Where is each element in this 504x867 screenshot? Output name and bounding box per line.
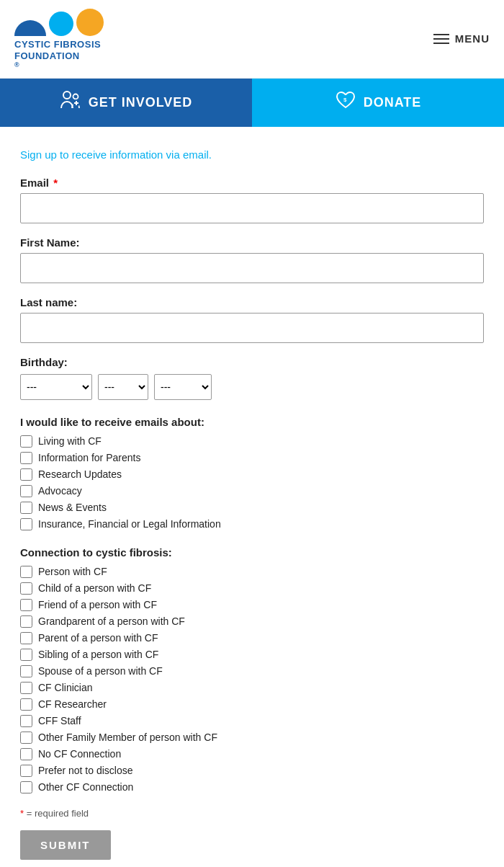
list-item: Grandparent of a person with CF xyxy=(20,615,484,628)
connection-checkbox-2[interactable] xyxy=(20,599,32,611)
connection-option-label: Other Family Member of person with CF xyxy=(38,732,217,743)
connection-option-label: Friend of a person with CF xyxy=(38,599,157,610)
list-item: CF Clinician xyxy=(20,682,484,694)
connection-option-label: Spouse of a person with CF xyxy=(38,665,163,677)
email-topic-label: News & Events xyxy=(38,502,107,513)
connection-label: Connection to cystic fibrosis: xyxy=(20,546,484,559)
email-topic-checkbox-5[interactable] xyxy=(20,518,32,530)
connection-option-label: CF Clinician xyxy=(38,682,92,693)
lastname-field-group: Last name: xyxy=(20,296,484,343)
connection-checkbox-9[interactable] xyxy=(20,715,32,727)
list-item: Research Updates xyxy=(20,468,484,481)
email-field-group: Email * xyxy=(20,177,484,223)
list-item: Other Family Member of person with CF xyxy=(20,732,484,744)
logo: CYSTIC FIBROSIS FOUNDATION® xyxy=(14,9,104,69)
lastname-input[interactable] xyxy=(20,313,484,343)
firstname-label: First Name: xyxy=(20,236,484,249)
connection-checkbox-11[interactable] xyxy=(20,748,32,760)
connection-option-label: Other CF Connection xyxy=(38,781,133,793)
signup-form: Sign up to receive information via email… xyxy=(0,127,504,867)
signup-text: Sign up to receive information via email… xyxy=(20,148,484,161)
svg-text:$: $ xyxy=(343,97,347,103)
email-topic-checkbox-1[interactable] xyxy=(20,452,32,464)
email-topic-label: Living with CF xyxy=(38,435,102,447)
firstname-field-group: First Name: xyxy=(20,236,484,283)
list-item: CF Researcher xyxy=(20,698,484,711)
svg-point-1 xyxy=(76,9,104,36)
connection-checkbox-6[interactable] xyxy=(20,665,32,677)
svg-point-2 xyxy=(63,92,71,99)
list-item: Friend of a person with CF xyxy=(20,599,484,611)
circle-yellow-icon xyxy=(76,9,104,36)
firstname-input[interactable] xyxy=(20,253,484,283)
connection-options-list: Person with CFChild of a person with CFF… xyxy=(20,566,484,793)
birthday-selects: --- JanFebMar AprMayJun JulAugSep OctNov… xyxy=(20,374,484,400)
list-item: No CF Connection xyxy=(20,748,484,760)
list-item: Parent of a person with CF xyxy=(20,632,484,644)
half-circle-icon xyxy=(14,19,46,36)
connection-checkbox-0[interactable] xyxy=(20,566,32,578)
list-item: Insurance, Financial or Legal Informatio… xyxy=(20,518,484,530)
svg-point-0 xyxy=(49,12,73,36)
email-required-star: * xyxy=(50,177,58,189)
logo-circles xyxy=(14,9,104,36)
connection-option-label: CF Researcher xyxy=(38,698,107,710)
list-item: Person with CF xyxy=(20,566,484,578)
connection-option-label: No CF Connection xyxy=(38,748,121,760)
connection-option-label: CFF Staff xyxy=(38,715,81,726)
nav-get-involved[interactable]: GET INVOLVED xyxy=(0,79,252,127)
circle-blue-icon xyxy=(49,12,73,36)
email-input[interactable] xyxy=(20,193,484,223)
get-involved-icon xyxy=(60,90,81,115)
connection-option-label: Prefer not to disclose xyxy=(38,765,133,776)
email-topic-checkbox-3[interactable] xyxy=(20,485,32,497)
connection-checkbox-10[interactable] xyxy=(20,732,32,744)
connection-option-label: Grandparent of a person with CF xyxy=(38,615,185,627)
email-topic-label: Information for Parents xyxy=(38,452,140,463)
birthday-label: Birthday: xyxy=(20,356,484,368)
connection-checkbox-8[interactable] xyxy=(20,698,32,711)
connection-checkbox-12[interactable] xyxy=(20,765,32,777)
connection-checkbox-4[interactable] xyxy=(20,632,32,644)
connection-checkbox-5[interactable] xyxy=(20,649,32,661)
list-item: Information for Parents xyxy=(20,452,484,464)
birthday-year-select[interactable]: --- 2024202320222010 2000199019801970196… xyxy=(154,374,212,400)
email-topic-label: Research Updates xyxy=(38,468,122,480)
list-item: Living with CF xyxy=(20,435,484,448)
donate-icon: $ xyxy=(335,90,356,115)
submit-button[interactable]: SUBMIT xyxy=(20,830,111,860)
list-item: Other CF Connection xyxy=(20,781,484,793)
list-item: CFF Staff xyxy=(20,715,484,727)
birthday-field-group: Birthday: --- JanFebMar AprMayJun JulAug… xyxy=(20,356,484,400)
birthday-month-select[interactable]: --- JanFebMar AprMayJun JulAugSep OctNov… xyxy=(20,374,92,400)
list-item: Prefer not to disclose xyxy=(20,765,484,777)
connection-checkbox-3[interactable] xyxy=(20,615,32,628)
list-item: Sibling of a person with CF xyxy=(20,649,484,661)
menu-button[interactable]: MENU xyxy=(433,32,490,45)
email-topic-checkbox-0[interactable] xyxy=(20,435,32,448)
nav-bar: GET INVOLVED $ DONATE xyxy=(0,79,504,127)
connection-checkbox-1[interactable] xyxy=(20,582,32,595)
connection-option-label: Parent of a person with CF xyxy=(38,632,158,644)
list-item: Child of a person with CF xyxy=(20,582,484,595)
connection-checkbox-7[interactable] xyxy=(20,682,32,694)
connection-option-label: Child of a person with CF xyxy=(38,582,151,594)
email-topic-checkbox-2[interactable] xyxy=(20,468,32,481)
email-topic-checkbox-4[interactable] xyxy=(20,502,32,514)
lastname-label: Last name: xyxy=(20,296,484,308)
svg-point-3 xyxy=(73,94,78,99)
logo-text: CYSTIC FIBROSIS FOUNDATION® xyxy=(14,39,104,69)
list-item: News & Events xyxy=(20,502,484,514)
nav-donate[interactable]: $ DONATE xyxy=(252,79,504,127)
connection-checkbox-13[interactable] xyxy=(20,781,32,793)
list-item: Advocacy xyxy=(20,485,484,497)
connection-option-label: Person with CF xyxy=(38,566,107,577)
birthday-day-select[interactable]: --- 12345 678910 1112131415 1617181920 2… xyxy=(98,374,148,400)
connection-option-label: Sibling of a person with CF xyxy=(38,649,158,660)
required-note: * = required field xyxy=(20,808,484,819)
email-topic-label: Advocacy xyxy=(38,485,82,497)
list-item: Spouse of a person with CF xyxy=(20,665,484,677)
email-topics-list: Living with CFInformation for ParentsRes… xyxy=(20,435,484,530)
email-label: Email * xyxy=(20,177,484,189)
site-header: CYSTIC FIBROSIS FOUNDATION® MENU xyxy=(0,0,504,79)
